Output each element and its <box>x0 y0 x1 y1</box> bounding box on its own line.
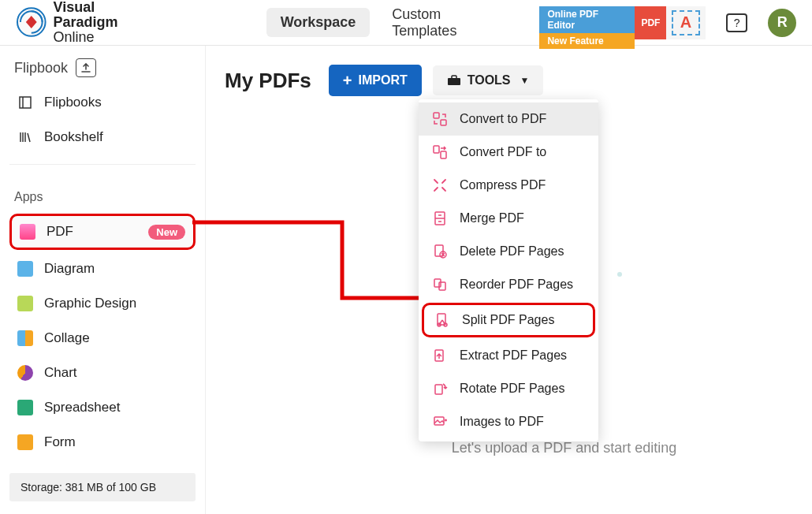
promo-pdf-badge: PDF <box>635 6 666 39</box>
spreadsheet-icon <box>17 400 33 415</box>
svg-point-26 <box>617 272 622 277</box>
nav-tabs: Workspace Custom Templates <box>266 0 521 46</box>
toolbar: My PDFs + IMPORT TOOLS ▼ <box>225 65 793 96</box>
page-title: My PDFs <box>225 69 311 93</box>
import-label: IMPORT <box>359 73 408 88</box>
sidebar-item-diagram[interactable]: Diagram <box>9 253 196 285</box>
main: My PDFs + IMPORT TOOLS ▼ Convert to PDF <box>205 46 812 514</box>
menu-label: Images to PDF <box>460 415 544 429</box>
sidebar-item-pdf[interactable]: PDF New <box>9 214 196 250</box>
promo-line1: Online PDF Editor <box>539 6 635 33</box>
menu-label: Convert to PDF <box>460 112 546 126</box>
spreadsheet-label: Spreadsheet <box>44 400 120 415</box>
menu-rotate-pdf-pages[interactable]: Rotate PDF Pages <box>419 372 598 405</box>
menu-images-to-pdf[interactable]: Images to PDF <box>419 405 598 438</box>
menu-extract-pdf-pages[interactable]: Extract PDF Pages <box>419 339 598 372</box>
bookshelf-label: Bookshelf <box>44 129 103 145</box>
menu-label: Reorder PDF Pages <box>460 277 573 292</box>
svg-rect-23 <box>435 385 442 394</box>
header: Visual Paradigm Online Workspace Custom … <box>0 0 812 46</box>
storage-info: Storage: 381 MB of 100 GB <box>9 473 196 501</box>
tools-dropdown: Convert to PDF Convert PDF to Compress P… <box>419 99 598 441</box>
form-label: Form <box>44 434 76 450</box>
svg-rect-15 <box>435 245 443 256</box>
collage-label: Collage <box>44 330 90 346</box>
apps-label: Apps <box>14 190 196 204</box>
tab-custom-templates[interactable]: Custom Templates <box>378 0 520 46</box>
pdf-label: PDF <box>47 224 73 240</box>
sidebar-item-chart[interactable]: Chart <box>9 357 196 389</box>
svg-rect-18 <box>439 282 445 290</box>
svg-rect-11 <box>441 120 446 125</box>
promo-banner[interactable]: Online PDF Editor New Feature PDF A <box>539 6 705 39</box>
upload-icon[interactable] <box>76 58 96 77</box>
user-avatar[interactable]: R <box>768 9 796 37</box>
images-icon <box>431 413 449 430</box>
sidebar: Flipbook Flipbooks Bookshelf Apps PDF Ne… <box>0 46 205 514</box>
svg-rect-2 <box>20 97 31 108</box>
chevron-down-icon: ▼ <box>520 75 530 86</box>
plus-icon: + <box>343 73 352 88</box>
menu-split-pdf-pages[interactable]: Split PDF Pages <box>422 303 595 337</box>
menu-reorder-pdf-pages[interactable]: Reorder PDF Pages <box>419 268 598 301</box>
graphic-design-label: Graphic Design <box>44 296 136 311</box>
tab-workspace[interactable]: Workspace <box>266 8 371 37</box>
brand-line1: Visual Paradigm <box>54 0 162 30</box>
import-button[interactable]: + IMPORT <box>329 65 422 96</box>
convert-pdf-to-icon <box>431 143 449 161</box>
split-icon <box>434 311 451 329</box>
merge-icon <box>431 210 449 227</box>
svg-rect-13 <box>441 151 446 158</box>
sidebar-item-flipbooks[interactable]: Flipbooks <box>9 87 196 118</box>
pdf-icon <box>20 224 35 240</box>
body: Flipbook Flipbooks Bookshelf Apps PDF Ne… <box>0 46 812 514</box>
menu-compress-pdf[interactable]: Compress PDF <box>419 169 598 202</box>
promo-a-icon: A <box>666 6 705 39</box>
book-icon <box>17 95 33 110</box>
diagram-label: Diagram <box>44 261 95 277</box>
menu-delete-pdf-pages[interactable]: Delete PDF Pages <box>419 235 598 268</box>
sidebar-item-collage[interactable]: Collage <box>9 322 196 354</box>
flipbooks-label: Flipbooks <box>44 95 102 110</box>
menu-label: Merge PDF <box>460 211 524 225</box>
svg-rect-12 <box>434 146 439 153</box>
menu-merge-pdf[interactable]: Merge PDF <box>419 202 598 235</box>
toolbox-icon <box>447 75 461 86</box>
delete-icon <box>431 243 449 260</box>
brand-logo[interactable]: Visual Paradigm Online <box>16 0 162 45</box>
vp-logo-icon <box>16 6 47 38</box>
svg-rect-9 <box>452 76 456 79</box>
flipbook-label: Flipbook <box>14 60 68 76</box>
help-icon[interactable]: ? <box>726 13 748 32</box>
compress-icon <box>431 177 449 194</box>
diagram-icon <box>17 261 33 277</box>
chart-label: Chart <box>44 365 77 381</box>
form-icon <box>17 434 33 450</box>
tools-button[interactable]: TOOLS ▼ <box>433 65 544 95</box>
divider <box>9 164 196 165</box>
sidebar-item-bookshelf[interactable]: Bookshelf <box>9 121 196 153</box>
promo-left: Online PDF Editor New Feature <box>539 6 635 39</box>
sidebar-item-form[interactable]: Form <box>9 426 196 458</box>
sidebar-item-spreadsheet[interactable]: Spreadsheet <box>9 392 196 423</box>
menu-label: Rotate PDF Pages <box>460 382 564 396</box>
menu-label: Split PDF Pages <box>462 313 554 327</box>
menu-label: Compress PDF <box>460 178 546 192</box>
bookshelf-icon <box>17 129 33 145</box>
reorder-icon <box>431 276 449 293</box>
graphic-design-icon <box>17 296 33 311</box>
brand-line2: Online <box>54 30 162 45</box>
menu-convert-to-pdf[interactable]: Convert to PDF <box>419 102 598 136</box>
collage-icon <box>17 330 33 346</box>
menu-label: Convert PDF to <box>460 145 546 159</box>
convert-to-pdf-icon <box>431 110 449 128</box>
extract-icon <box>431 347 449 364</box>
svg-line-7 <box>28 133 30 142</box>
menu-label: Extract PDF Pages <box>460 348 567 363</box>
brand-text: Visual Paradigm Online <box>54 0 162 45</box>
menu-convert-pdf-to[interactable]: Convert PDF to <box>419 136 598 169</box>
flipbook-header: Flipbook <box>9 58 196 77</box>
svg-rect-17 <box>434 279 441 287</box>
sidebar-item-graphic-design[interactable]: Graphic Design <box>9 288 196 319</box>
menu-label: Delete PDF Pages <box>460 244 564 259</box>
